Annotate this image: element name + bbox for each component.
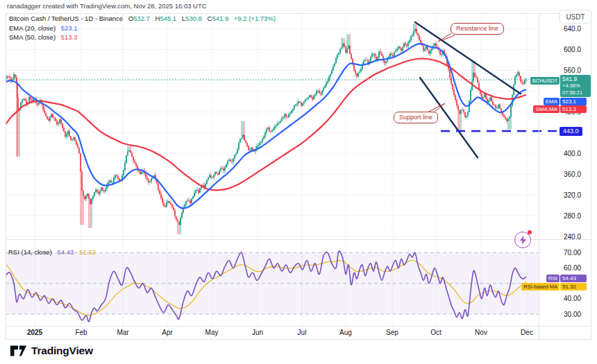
candle-body (195, 190, 196, 193)
candle-body (464, 112, 466, 117)
rsi-ma-legend-value: 51.32 (79, 248, 96, 256)
candle-body (359, 71, 360, 73)
candle-body (202, 185, 203, 186)
time-tick-label[interactable]: Mar (117, 329, 129, 336)
sma50-line[interactable] (6, 58, 526, 190)
candle-body (259, 143, 260, 145)
candle-body (53, 117, 55, 118)
candle-body (274, 127, 276, 129)
candle-body (194, 193, 195, 196)
candle-body (456, 100, 457, 105)
tradingview-logo[interactable]: TradingView (10, 344, 93, 358)
support-level-tag: 443.0 (560, 127, 582, 136)
time-tick-label[interactable]: Oct (430, 329, 442, 336)
price-tick-label: 400.0 (564, 150, 581, 157)
candle-body (284, 114, 285, 116)
candle-body (51, 114, 52, 117)
candle-body (171, 205, 173, 208)
candle-body (292, 109, 294, 111)
candle-body (69, 131, 70, 137)
rsi-legend[interactable]: RSI (14, close) 54.43 51.32 (8, 248, 96, 256)
candle-body (23, 99, 24, 100)
time-tick-label[interactable]: Nov (475, 329, 487, 336)
candle-body (455, 95, 456, 100)
candle-body (116, 175, 117, 176)
candle-body (427, 46, 428, 50)
candle-body (426, 46, 427, 49)
candle-body (463, 110, 464, 112)
candle-body (221, 168, 223, 169)
candle-body (85, 196, 87, 199)
candle-body (99, 191, 101, 193)
candle-body (453, 89, 455, 95)
support-line-label[interactable]: Support line (394, 112, 438, 123)
candle-body (67, 131, 69, 135)
candle-body (76, 141, 77, 144)
candle-body (220, 168, 221, 171)
candle-body (78, 148, 80, 153)
resistance-line-label[interactable]: Resistance line (451, 23, 504, 35)
symbol-title: Bitcoin Cash / TetherUS - 1D - Binance (9, 15, 123, 22)
bar-countdown: 07:56:21 (562, 89, 589, 96)
candle-body (407, 42, 409, 46)
time-tick-label[interactable]: 2025 (27, 329, 43, 336)
time-tick-label[interactable]: Apr (162, 329, 173, 336)
candle-body (252, 148, 253, 150)
time-tick-label[interactable]: May (205, 329, 219, 336)
candle-body (317, 91, 319, 92)
candle-body (249, 150, 251, 150)
candle-body (245, 140, 246, 143)
candle-body (270, 131, 271, 132)
candle-body (399, 46, 401, 48)
candle-body (310, 95, 312, 97)
ema-legend[interactable]: EMA (20, close) 523.1 (9, 24, 77, 32)
candle-body (271, 130, 273, 132)
candle-body (105, 189, 106, 191)
candle-body (230, 159, 231, 161)
candle-body (419, 35, 420, 40)
candle-body (306, 98, 308, 99)
candle-body (131, 153, 133, 156)
ema-tag: EMA (544, 98, 560, 105)
currency-toggle-button[interactable]: USDT (560, 10, 591, 24)
chart-plot-area[interactable]: 640.0600.0560.0480.0400.0360.0320.0280.0… (0, 0, 597, 364)
candle-body (505, 117, 506, 119)
candle-body (460, 110, 462, 114)
candle-body (303, 101, 305, 103)
candle-body (81, 172, 83, 191)
candle-body (123, 170, 124, 175)
candle-body (88, 194, 90, 199)
time-tick-label[interactable]: Jun (252, 329, 263, 336)
candle-body (169, 201, 170, 202)
candle-body (462, 110, 463, 110)
candle-body (276, 125, 277, 127)
candle-body (341, 47, 342, 49)
rsi-tag-value: 54.43 (560, 275, 587, 282)
candle-body (498, 105, 499, 108)
candle-body (295, 105, 296, 105)
sma-legend[interactable]: SMA (50, close) 513.3 (9, 33, 77, 41)
candle-body (319, 91, 320, 94)
candle-body (516, 74, 517, 76)
time-tick-label[interactable]: Aug (339, 329, 352, 336)
time-tick-label[interactable]: Dec (521, 329, 533, 336)
candle-body (401, 49, 402, 51)
candle-body (210, 175, 212, 177)
time-tick-label[interactable]: Jul (298, 329, 307, 336)
candle-body (524, 80, 525, 84)
candle-body (333, 67, 334, 71)
candle-body (206, 180, 208, 184)
candle-body (320, 94, 321, 94)
candle-body (308, 97, 309, 98)
candle-body (48, 119, 49, 121)
candle-body (205, 184, 206, 188)
candle-body (489, 97, 491, 101)
candle-body (260, 142, 262, 144)
symbol-legend[interactable]: Bitcoin Cash / TetherUS - 1D - Binance O… (9, 15, 276, 22)
rsi-legend-label: RSI (14, close) (8, 248, 52, 256)
candle-body (15, 74, 16, 77)
time-tick-label[interactable]: Sep (386, 329, 398, 336)
candle-body (173, 207, 174, 210)
candle-body (192, 196, 194, 198)
time-tick-label[interactable]: Feb (75, 329, 87, 336)
